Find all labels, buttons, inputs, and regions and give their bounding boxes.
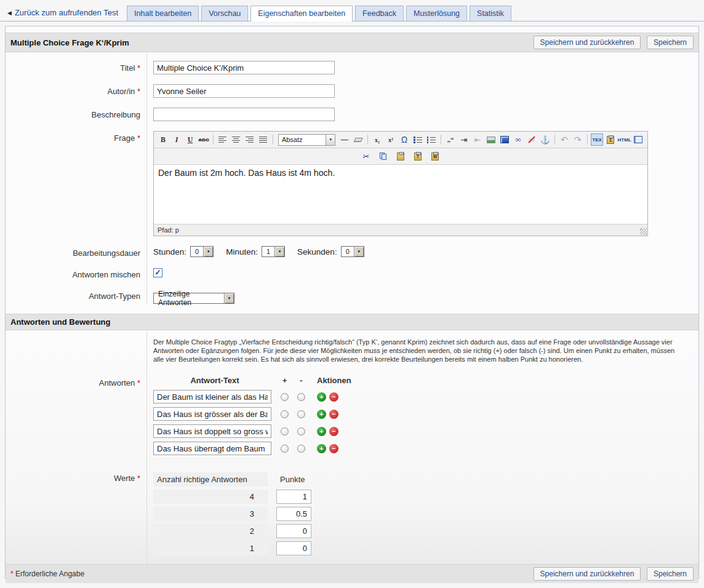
stunden-select-value: 0 — [191, 248, 203, 255]
tex-icon[interactable]: TEX — [591, 133, 603, 146]
antwort-1-minus-radio[interactable] — [297, 393, 305, 401]
italic-icon[interactable]: I — [170, 133, 183, 146]
paste-latex-icon[interactable]: Σ — [604, 133, 617, 146]
copy-icon[interactable] — [377, 150, 390, 162]
insert-image-icon[interactable] — [485, 133, 497, 146]
autor-input[interactable] — [153, 84, 335, 98]
minuten-select[interactable]: 1 ▼ — [262, 246, 285, 257]
add-answer-icon[interactable]: + — [317, 392, 326, 402]
bullet-list-icon[interactable] — [412, 133, 424, 146]
antwort-2-minus-radio[interactable] — [297, 410, 305, 418]
punkte-input-3[interactable] — [276, 507, 311, 521]
horizontal-rule-icon[interactable]: — — [338, 133, 351, 146]
antwort-2-plus-radio[interactable] — [281, 410, 289, 418]
save-and-return-button-top[interactable]: Speichern und zurückkehren — [534, 36, 641, 49]
remove-answer-icon[interactable]: − — [329, 427, 338, 436]
tab-feedback[interactable]: Feedback — [355, 6, 404, 21]
antworten-mischen-checkbox[interactable]: ✓ — [153, 268, 162, 277]
beschreibung-input[interactable] — [153, 108, 335, 121]
superscript-icon[interactable]: x² — [385, 133, 397, 146]
titel-label: Titel — [120, 63, 135, 73]
image-manager-icon[interactable] — [498, 133, 511, 146]
remove-link-icon[interactable]: ∞ — [526, 133, 538, 146]
antwort-4-plus-radio[interactable] — [281, 445, 289, 453]
tab-inhalt-bearbeiten[interactable]: Inhalt bearbeiten — [127, 6, 199, 21]
titel-input[interactable] — [153, 61, 335, 74]
sekunden-select[interactable]: 0 ▼ — [341, 246, 364, 257]
antwort-text-input-2[interactable] — [153, 407, 271, 421]
save-button-bottom[interactable]: Speichern — [647, 567, 694, 581]
frage-editor-content[interactable]: Der Baum ist 2m hoch. Das Haus ist 4m ho… — [154, 165, 647, 224]
add-answer-icon[interactable]: + — [317, 427, 326, 436]
save-and-return-button-bottom[interactable]: Speichern und zurückkehren — [534, 567, 641, 581]
stunden-select[interactable]: 0 ▼ — [190, 246, 214, 257]
save-button-top[interactable]: Speichern — [647, 36, 694, 49]
remove-format-icon[interactable] — [352, 133, 364, 146]
blockquote-icon[interactable]: „“ — [444, 133, 457, 146]
form-row-antworten: Antworten * Antwort-Text + - Aktionen + … — [6, 364, 698, 455]
antwort-1-plus-radio[interactable] — [281, 393, 289, 401]
toolbar-separator — [213, 135, 214, 145]
add-answer-icon[interactable]: + — [317, 444, 326, 453]
add-answer-icon[interactable]: + — [317, 410, 326, 419]
tab-musterloesung[interactable]: Musterlösung — [406, 6, 467, 21]
align-justify-icon[interactable] — [257, 133, 270, 146]
redo-icon[interactable]: ↷ — [572, 133, 584, 146]
minuten-select-value: 1 — [262, 248, 274, 255]
antwort-4-minus-radio[interactable] — [297, 445, 305, 453]
outdent-icon[interactable]: ⇤ — [471, 133, 484, 146]
tab-vorschau[interactable]: Vorschau — [201, 6, 248, 21]
toolbar-separator — [367, 135, 368, 145]
antwort-text-input-1[interactable] — [153, 390, 271, 403]
bold-icon[interactable]: B — [157, 133, 169, 146]
align-center-icon[interactable] — [230, 133, 242, 146]
format-select-value: Absatz — [279, 136, 326, 143]
paragraph-format-select[interactable]: Absatz ▼ — [278, 134, 335, 146]
paste-as-text-icon[interactable]: T — [412, 150, 424, 162]
required-marker: * — [137, 378, 140, 387]
toolbar-separator — [441, 135, 441, 145]
tab-statistik[interactable]: Statistik — [470, 6, 511, 21]
anchor-icon[interactable]: ⚓ — [539, 133, 551, 146]
subscript-icon[interactable]: x₂ — [371, 133, 383, 146]
cut-icon[interactable]: ✂ — [360, 150, 372, 162]
antwort-text-input-4[interactable] — [153, 442, 271, 455]
punkte-input-4[interactable] — [276, 490, 311, 504]
toolbar-separator — [273, 135, 273, 145]
underline-icon[interactable]: U — [184, 133, 196, 146]
section-title: Antworten und Bewertung — [10, 317, 111, 327]
rich-text-editor: B I U ABC Absatz ▼ — — [153, 131, 648, 236]
antwort-text-input-3[interactable] — [153, 424, 271, 438]
plus-column-header: + — [276, 376, 293, 386]
tab-eigenschaften-bearbeiten[interactable]: Eigenschaften bearbeiten — [250, 6, 353, 22]
toggle-editor-icon[interactable] — [632, 133, 644, 146]
form-row-antwort-typen: Antwort-Typen Einzeilige Antworten ▼ — [6, 279, 698, 304]
remove-answer-icon[interactable]: − — [329, 392, 338, 402]
align-right-icon[interactable] — [244, 133, 256, 146]
punkte-input-2[interactable] — [276, 524, 311, 538]
indent-icon[interactable]: ⇥ — [458, 133, 470, 146]
antwort-text-column-header: Antwort-Text — [153, 376, 276, 386]
antwort-3-plus-radio[interactable] — [281, 427, 289, 435]
strikethrough-icon[interactable]: ABC — [198, 133, 210, 146]
remove-answer-icon[interactable]: − — [329, 444, 338, 453]
undo-icon[interactable]: ↶ — [558, 133, 570, 146]
required-field-note: * Erforderliche Angabe — [10, 570, 84, 578]
back-to-test-link[interactable]: ◀ Zurück zum aufrufenden Test — [2, 5, 127, 21]
required-marker: * — [137, 474, 140, 483]
antwort-3-minus-radio[interactable] — [297, 427, 305, 435]
remove-answer-icon[interactable]: − — [329, 410, 338, 419]
special-character-icon[interactable]: Ω — [398, 133, 410, 146]
chevron-down-icon: ▼ — [203, 247, 213, 256]
align-left-icon[interactable] — [217, 133, 229, 146]
paste-icon[interactable] — [394, 150, 407, 162]
antwort-typen-select[interactable]: Einzeilige Antworten ▼ — [153, 293, 234, 304]
aktionen-column-header: Aktionen — [310, 376, 365, 386]
paste-from-word-icon[interactable]: W — [429, 150, 441, 162]
punkte-input-1[interactable] — [276, 541, 311, 555]
insert-link-icon[interactable]: ∞ — [512, 133, 524, 146]
html-source-icon[interactable]: HTML — [618, 133, 631, 146]
resize-handle[interactable] — [640, 228, 647, 235]
antworten-label: Antworten — [99, 378, 135, 387]
numbered-list-icon[interactable] — [425, 133, 438, 146]
